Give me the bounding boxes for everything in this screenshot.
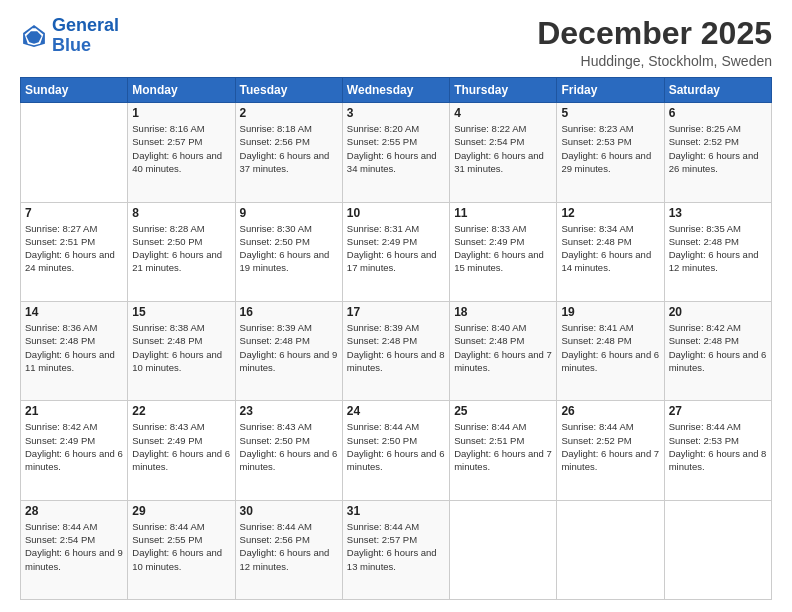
cell-info: Sunrise: 8:44 AMSunset: 2:53 PMDaylight:… (669, 420, 767, 473)
day-number: 15 (132, 305, 230, 319)
calendar-cell: 28Sunrise: 8:44 AMSunset: 2:54 PMDayligh… (21, 500, 128, 599)
logo: General Blue (20, 16, 119, 56)
cell-info: Sunrise: 8:44 AMSunset: 2:56 PMDaylight:… (240, 520, 338, 573)
day-number: 31 (347, 504, 445, 518)
header: General Blue December 2025 Huddinge, Sto… (20, 16, 772, 69)
day-number: 20 (669, 305, 767, 319)
logo-line2: Blue (52, 35, 91, 55)
calendar-cell: 20Sunrise: 8:42 AMSunset: 2:48 PMDayligh… (664, 301, 771, 400)
calendar-week-0: 1Sunrise: 8:16 AMSunset: 2:57 PMDaylight… (21, 103, 772, 202)
day-number: 14 (25, 305, 123, 319)
cell-info: Sunrise: 8:20 AMSunset: 2:55 PMDaylight:… (347, 122, 445, 175)
day-number: 16 (240, 305, 338, 319)
calendar-cell: 14Sunrise: 8:36 AMSunset: 2:48 PMDayligh… (21, 301, 128, 400)
cell-info: Sunrise: 8:16 AMSunset: 2:57 PMDaylight:… (132, 122, 230, 175)
cell-info: Sunrise: 8:43 AMSunset: 2:50 PMDaylight:… (240, 420, 338, 473)
calendar-cell: 29Sunrise: 8:44 AMSunset: 2:55 PMDayligh… (128, 500, 235, 599)
day-number: 18 (454, 305, 552, 319)
calendar-cell: 11Sunrise: 8:33 AMSunset: 2:49 PMDayligh… (450, 202, 557, 301)
calendar-header: SundayMondayTuesdayWednesdayThursdayFrid… (21, 78, 772, 103)
day-number: 24 (347, 404, 445, 418)
day-number: 21 (25, 404, 123, 418)
calendar-cell: 8Sunrise: 8:28 AMSunset: 2:50 PMDaylight… (128, 202, 235, 301)
calendar-cell (21, 103, 128, 202)
calendar-cell: 9Sunrise: 8:30 AMSunset: 2:50 PMDaylight… (235, 202, 342, 301)
cell-info: Sunrise: 8:40 AMSunset: 2:48 PMDaylight:… (454, 321, 552, 374)
cell-info: Sunrise: 8:30 AMSunset: 2:50 PMDaylight:… (240, 222, 338, 275)
day-number: 30 (240, 504, 338, 518)
calendar-cell: 23Sunrise: 8:43 AMSunset: 2:50 PMDayligh… (235, 401, 342, 500)
cell-info: Sunrise: 8:35 AMSunset: 2:48 PMDaylight:… (669, 222, 767, 275)
day-number: 26 (561, 404, 659, 418)
weekday-header-thursday: Thursday (450, 78, 557, 103)
day-number: 5 (561, 106, 659, 120)
calendar-cell: 30Sunrise: 8:44 AMSunset: 2:56 PMDayligh… (235, 500, 342, 599)
calendar-cell: 18Sunrise: 8:40 AMSunset: 2:48 PMDayligh… (450, 301, 557, 400)
calendar-cell: 2Sunrise: 8:18 AMSunset: 2:56 PMDaylight… (235, 103, 342, 202)
cell-info: Sunrise: 8:41 AMSunset: 2:48 PMDaylight:… (561, 321, 659, 374)
cell-info: Sunrise: 8:33 AMSunset: 2:49 PMDaylight:… (454, 222, 552, 275)
cell-info: Sunrise: 8:44 AMSunset: 2:57 PMDaylight:… (347, 520, 445, 573)
day-number: 23 (240, 404, 338, 418)
cell-info: Sunrise: 8:44 AMSunset: 2:52 PMDaylight:… (561, 420, 659, 473)
calendar-cell: 17Sunrise: 8:39 AMSunset: 2:48 PMDayligh… (342, 301, 449, 400)
calendar-cell (450, 500, 557, 599)
calendar-cell: 13Sunrise: 8:35 AMSunset: 2:48 PMDayligh… (664, 202, 771, 301)
cell-info: Sunrise: 8:42 AMSunset: 2:48 PMDaylight:… (669, 321, 767, 374)
calendar-cell: 1Sunrise: 8:16 AMSunset: 2:57 PMDaylight… (128, 103, 235, 202)
calendar-cell: 22Sunrise: 8:43 AMSunset: 2:49 PMDayligh… (128, 401, 235, 500)
main-title: December 2025 (537, 16, 772, 51)
calendar-cell: 7Sunrise: 8:27 AMSunset: 2:51 PMDaylight… (21, 202, 128, 301)
day-number: 29 (132, 504, 230, 518)
day-number: 12 (561, 206, 659, 220)
day-number: 4 (454, 106, 552, 120)
calendar-cell: 16Sunrise: 8:39 AMSunset: 2:48 PMDayligh… (235, 301, 342, 400)
calendar-week-4: 28Sunrise: 8:44 AMSunset: 2:54 PMDayligh… (21, 500, 772, 599)
weekday-header-tuesday: Tuesday (235, 78, 342, 103)
weekday-header-wednesday: Wednesday (342, 78, 449, 103)
calendar-week-2: 14Sunrise: 8:36 AMSunset: 2:48 PMDayligh… (21, 301, 772, 400)
calendar-body: 1Sunrise: 8:16 AMSunset: 2:57 PMDaylight… (21, 103, 772, 600)
cell-info: Sunrise: 8:44 AMSunset: 2:54 PMDaylight:… (25, 520, 123, 573)
calendar-cell: 15Sunrise: 8:38 AMSunset: 2:48 PMDayligh… (128, 301, 235, 400)
day-number: 22 (132, 404, 230, 418)
day-number: 17 (347, 305, 445, 319)
logo-icon (20, 22, 48, 50)
cell-info: Sunrise: 8:22 AMSunset: 2:54 PMDaylight:… (454, 122, 552, 175)
day-number: 1 (132, 106, 230, 120)
day-number: 3 (347, 106, 445, 120)
day-number: 25 (454, 404, 552, 418)
day-number: 13 (669, 206, 767, 220)
calendar-cell: 10Sunrise: 8:31 AMSunset: 2:49 PMDayligh… (342, 202, 449, 301)
calendar-cell: 27Sunrise: 8:44 AMSunset: 2:53 PMDayligh… (664, 401, 771, 500)
cell-info: Sunrise: 8:39 AMSunset: 2:48 PMDaylight:… (347, 321, 445, 374)
cell-info: Sunrise: 8:42 AMSunset: 2:49 PMDaylight:… (25, 420, 123, 473)
cell-info: Sunrise: 8:31 AMSunset: 2:49 PMDaylight:… (347, 222, 445, 275)
calendar-cell: 31Sunrise: 8:44 AMSunset: 2:57 PMDayligh… (342, 500, 449, 599)
calendar-cell: 24Sunrise: 8:44 AMSunset: 2:50 PMDayligh… (342, 401, 449, 500)
logo-text: General Blue (52, 16, 119, 56)
cell-info: Sunrise: 8:25 AMSunset: 2:52 PMDaylight:… (669, 122, 767, 175)
calendar-cell: 4Sunrise: 8:22 AMSunset: 2:54 PMDaylight… (450, 103, 557, 202)
cell-info: Sunrise: 8:34 AMSunset: 2:48 PMDaylight:… (561, 222, 659, 275)
cell-info: Sunrise: 8:44 AMSunset: 2:50 PMDaylight:… (347, 420, 445, 473)
day-number: 6 (669, 106, 767, 120)
calendar-cell: 5Sunrise: 8:23 AMSunset: 2:53 PMDaylight… (557, 103, 664, 202)
day-number: 27 (669, 404, 767, 418)
calendar-cell: 21Sunrise: 8:42 AMSunset: 2:49 PMDayligh… (21, 401, 128, 500)
day-number: 7 (25, 206, 123, 220)
weekday-header-monday: Monday (128, 78, 235, 103)
calendar-week-3: 21Sunrise: 8:42 AMSunset: 2:49 PMDayligh… (21, 401, 772, 500)
cell-info: Sunrise: 8:23 AMSunset: 2:53 PMDaylight:… (561, 122, 659, 175)
cell-info: Sunrise: 8:28 AMSunset: 2:50 PMDaylight:… (132, 222, 230, 275)
day-number: 2 (240, 106, 338, 120)
calendar-cell: 12Sunrise: 8:34 AMSunset: 2:48 PMDayligh… (557, 202, 664, 301)
weekday-header-sunday: Sunday (21, 78, 128, 103)
calendar-cell (557, 500, 664, 599)
day-number: 19 (561, 305, 659, 319)
subtitle: Huddinge, Stockholm, Sweden (537, 53, 772, 69)
day-number: 28 (25, 504, 123, 518)
calendar-week-1: 7Sunrise: 8:27 AMSunset: 2:51 PMDaylight… (21, 202, 772, 301)
cell-info: Sunrise: 8:38 AMSunset: 2:48 PMDaylight:… (132, 321, 230, 374)
weekday-row: SundayMondayTuesdayWednesdayThursdayFrid… (21, 78, 772, 103)
